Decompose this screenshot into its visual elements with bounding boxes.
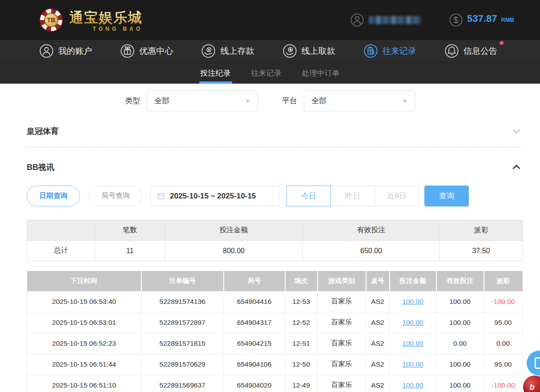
chevron-down-icon[interactable] xyxy=(511,125,522,137)
table-cell: 2025-10-15 06:51:10 xyxy=(27,375,141,392)
summary-table: 笔数 投注金额 有效投注 派彩 总计 11 800.00 650.00 37.5… xyxy=(27,220,523,261)
tab-pending-orders[interactable]: 处理中订单 xyxy=(301,62,341,84)
nav-item-announcements[interactable]: 信息公告 xyxy=(444,44,497,58)
table-cell: AS2 xyxy=(366,291,390,312)
col-payout: 派彩 xyxy=(484,271,523,291)
table-cell: 100.00 xyxy=(436,375,484,392)
table-cell: 百家乐 xyxy=(318,312,366,333)
col-bet-time: 下注时间 xyxy=(27,271,141,291)
top-header: TB 通宝娱乐城 TONG BAO xyxy=(0,0,540,40)
table-cell: 百家乐 xyxy=(318,354,366,375)
tab-transaction-records[interactable]: 往来记录 xyxy=(250,62,282,84)
nav-item-deposit[interactable]: 线上存款 xyxy=(201,44,254,58)
quick-last8days-button[interactable]: 近8日 xyxy=(375,186,419,206)
table-cell: 100.00 xyxy=(390,291,436,312)
balance-amount: 537.87 xyxy=(467,13,497,24)
table-cell: 100.00 xyxy=(390,312,436,333)
table-cell: -100.00 xyxy=(484,375,523,392)
table-cell: 522891571815 xyxy=(141,333,224,354)
content: 皇冠体育 BB视讯 日期查询 局号查询 xyxy=(27,125,522,392)
site-subtitle: TONG BAO xyxy=(93,26,143,32)
withdraw-icon xyxy=(282,44,297,58)
table-cell: 2025-10-15 06:53:01 xyxy=(27,312,141,333)
poker-chip-icon: TB xyxy=(39,8,63,32)
table-cell: 百家乐 xyxy=(318,291,366,312)
platform-filter-label: 平台 xyxy=(282,96,297,106)
table-cell: -100.00 xyxy=(484,291,523,312)
balance-currency: RMB xyxy=(501,16,514,23)
chevron-down-icon: ▼ xyxy=(245,98,250,104)
summary-total-count: 11 xyxy=(95,241,165,261)
summary-header-count: 笔数 xyxy=(95,220,165,241)
table-cell: 654904416 xyxy=(224,291,285,312)
tab-bar: 投注纪录 往来记录 处理中订单 xyxy=(0,62,540,84)
tab-bet-records[interactable]: 投注纪录 xyxy=(200,62,232,84)
notification-dot xyxy=(500,41,504,45)
calendar-icon xyxy=(157,192,165,200)
table-row: 2025-10-15 06:53:40522891574136654904416… xyxy=(27,291,523,312)
section-title-crown-sports: 皇冠体育 xyxy=(27,126,59,137)
query-controls: 日期查询 局号查询 2025-10-15 ~ 2025-10-15 今日 昨日 … xyxy=(27,186,522,206)
platform-select[interactable]: 全部 ▼ xyxy=(304,90,415,111)
floating-service-button[interactable] xyxy=(527,351,540,376)
table-cell: 522891569637 xyxy=(141,375,224,392)
type-select[interactable]: 全部 ▼ xyxy=(147,90,258,111)
summary-header-empty xyxy=(27,220,95,241)
balance[interactable]: 537.87 RMB xyxy=(449,13,514,27)
bet-amount-link[interactable]: 100.00 xyxy=(402,360,423,368)
table-cell: 522891572897 xyxy=(141,312,224,333)
table-cell: 百家乐 xyxy=(318,333,366,354)
table-cell: 522891570629 xyxy=(141,354,224,375)
table-cell: 2025-10-15 06:53:40 xyxy=(27,291,141,312)
site-title: 通宝娱乐城 xyxy=(69,8,143,27)
table-cell: AS2 xyxy=(366,312,390,333)
chevron-up-icon[interactable] xyxy=(511,162,522,173)
nav-item-withdraw[interactable]: 线上取款 xyxy=(282,44,335,58)
table-cell: 0.00 xyxy=(436,333,484,354)
username-blurred xyxy=(369,16,421,24)
col-table-number: 桌号 xyxy=(366,271,390,291)
table-cell: 0.00 xyxy=(484,333,523,354)
nav-item-records[interactable]: 往来记录 xyxy=(363,44,416,58)
floating-bb-button[interactable]: b xyxy=(523,376,540,392)
col-session: 场次 xyxy=(285,271,318,291)
table-cell: 2025-10-15 06:52:23 xyxy=(27,333,141,354)
bet-amount-link[interactable]: 100.00 xyxy=(402,298,423,305)
nav-item-promotions[interactable]: 优惠中心 xyxy=(120,44,173,58)
user-account[interactable] xyxy=(350,13,421,27)
col-ticket-number: 注单编号 xyxy=(141,271,224,291)
table-cell: 654904215 xyxy=(224,333,285,354)
table-row: 2025-10-15 06:53:01522891572897654904317… xyxy=(27,312,523,333)
bet-amount-link[interactable]: 100.00 xyxy=(402,319,423,326)
col-round-number: 局号 xyxy=(224,271,285,291)
summary-header-bet-amount: 投注金额 xyxy=(165,220,303,241)
user-icon xyxy=(350,13,364,27)
table-cell: 12-50 xyxy=(285,354,318,375)
section-bb-video: BB视讯 xyxy=(27,162,522,173)
bb-logo-icon: b xyxy=(530,383,535,392)
table-cell: 2025-10-15 06:51:44 xyxy=(27,354,141,375)
date-query-button[interactable]: 日期查询 xyxy=(27,186,80,206)
section-crown-sports: 皇冠体育 xyxy=(27,125,522,137)
bet-amount-link[interactable]: 100.00 xyxy=(402,339,423,347)
quick-yesterday-button[interactable]: 昨日 xyxy=(330,186,375,206)
summary-total-label: 总计 xyxy=(27,241,95,261)
table-cell: 654904106 xyxy=(224,354,285,375)
quick-today-button[interactable]: 今日 xyxy=(286,186,331,206)
table-cell: 100.00 xyxy=(390,375,436,392)
chevron-down-icon: ▼ xyxy=(402,98,407,104)
bell-icon xyxy=(444,44,459,58)
bet-amount-link[interactable]: 100.00 xyxy=(402,381,423,389)
search-button[interactable]: 查询 xyxy=(424,186,469,206)
summary-header-payout: 派彩 xyxy=(440,220,523,241)
user-icon xyxy=(39,44,54,58)
site-logo[interactable]: TB 通宝娱乐城 TONG BAO xyxy=(39,8,143,32)
table-cell: 12-52 xyxy=(285,312,318,333)
round-query-button[interactable]: 局号查询 xyxy=(89,186,142,206)
quick-date-group: 今日 昨日 近8日 xyxy=(286,186,419,206)
summary-total-valid-bet: 650.00 xyxy=(303,241,440,261)
summary-header-valid-bet: 有效投注 xyxy=(303,220,440,241)
date-range-picker[interactable]: 2025-10-15 ~ 2025-10-15 xyxy=(150,186,279,206)
table-cell: 522891574136 xyxy=(141,291,224,312)
nav-item-my-account[interactable]: 我的账户 xyxy=(39,44,92,58)
